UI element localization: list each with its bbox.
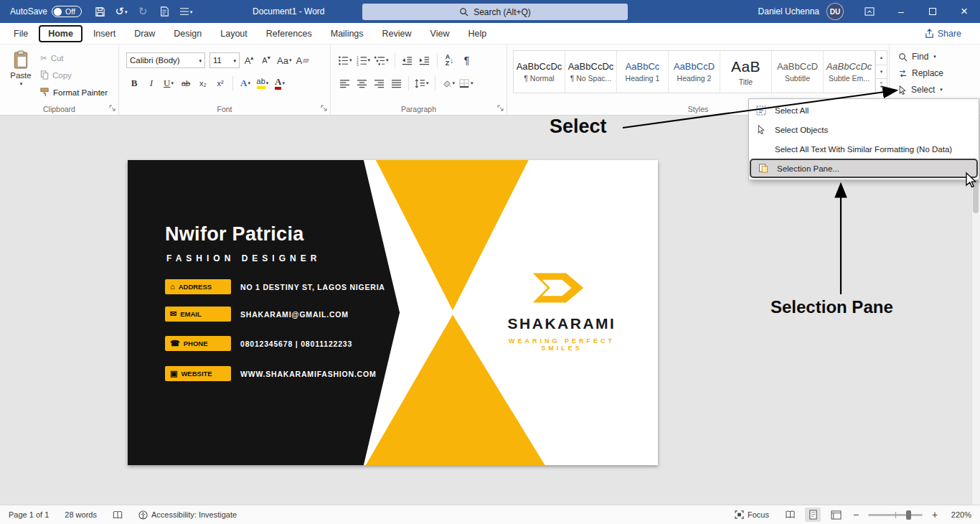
superscript-button[interactable]: x² — [212, 75, 228, 91]
gallery-up-button[interactable]: ▴ — [875, 50, 887, 65]
zoom-level[interactable]: 220% — [947, 510, 971, 519]
gallery-down-button[interactable]: ▾ — [875, 65, 887, 80]
share-button[interactable]: Share — [925, 29, 961, 39]
select-button[interactable]: Select ▾ — [898, 85, 943, 95]
search-input[interactable]: Search (Alt+Q) — [362, 4, 628, 20]
close-button[interactable]: × — [948, 0, 980, 23]
style-subtitle[interactable]: AaBbCcDSubtitle — [772, 51, 824, 93]
highlight-button[interactable]: ab▾ — [255, 75, 270, 91]
read-mode-icon — [785, 510, 796, 519]
tab-file[interactable]: File — [4, 25, 37, 42]
tab-draw[interactable]: Draw — [125, 25, 164, 42]
font-color-button[interactable]: A▾ — [272, 75, 288, 91]
user-name[interactable]: Daniel Uchenna — [758, 6, 819, 17]
tab-review[interactable]: Review — [373, 25, 421, 42]
styles-gallery: AaBbCcDc¶ Normal AaBbCcDc¶ No Spac... Aa… — [513, 50, 876, 93]
align-right-button[interactable] — [371, 75, 387, 91]
tab-view[interactable]: View — [421, 25, 459, 42]
align-center-button[interactable] — [354, 75, 369, 91]
save-button[interactable] — [90, 2, 109, 21]
line-spacing-button[interactable]: ▾ — [413, 75, 430, 91]
paragraph-dialog-launcher[interactable] — [497, 105, 504, 112]
change-case-button[interactable]: Aa▾ — [275, 52, 293, 68]
style-subtle-emphasis[interactable]: AaBbCcDcSubtle Em... — [824, 51, 875, 93]
font-name-select[interactable]: Calibri (Body) ▾ — [126, 52, 205, 68]
autosave-state: Off — [65, 7, 75, 16]
underline-button[interactable]: U▾ — [161, 75, 176, 91]
paste-button[interactable]: Paste ▾ — [6, 50, 36, 102]
grow-font-button[interactable]: A▴ — [241, 52, 257, 68]
style-heading1[interactable]: AaBbCcHeading 1 — [617, 51, 669, 93]
style-title[interactable]: AaBTitle — [720, 51, 772, 93]
bold-button[interactable]: B — [126, 75, 142, 91]
status-bar: Page 1 of 1 28 words Accessibility: Inve… — [0, 505, 980, 524]
redo-button[interactable]: ↻ — [133, 2, 152, 21]
autosave-toggle[interactable]: Off — [52, 6, 82, 17]
shrink-font-button[interactable]: A▾ — [258, 52, 274, 68]
format-painter-button[interactable]: Format Painter — [40, 88, 108, 97]
style-normal[interactable]: AaBbCcDc¶ Normal — [514, 51, 565, 93]
borders-button[interactable]: ▾ — [458, 75, 475, 91]
print-layout-button[interactable] — [805, 507, 821, 522]
align-left-button[interactable] — [336, 75, 352, 91]
autosave-control[interactable]: AutoSave Off — [10, 0, 82, 23]
menu-item-select-all[interactable]: Select All — [749, 100, 979, 120]
ribbon-display-options-button[interactable] — [854, 0, 885, 23]
menu-item-select-objects[interactable]: Select Objects — [749, 120, 979, 139]
avatar[interactable]: DU — [826, 3, 844, 20]
proofing-button[interactable] — [113, 510, 123, 520]
menu-item-selection-pane[interactable]: Selection Pane... — [750, 159, 978, 178]
increase-indent-button[interactable] — [417, 52, 433, 68]
shading-button[interactable]: ▾ — [440, 75, 457, 91]
tab-layout[interactable]: Layout — [211, 25, 257, 42]
italic-button[interactable]: I — [143, 75, 159, 91]
clear-formatting-button[interactable]: A — [294, 52, 310, 68]
minimize-button[interactable]: – — [885, 0, 917, 23]
replace-icon — [898, 69, 908, 78]
zoom-in-button[interactable]: + — [930, 509, 940, 520]
multilevel-list-button[interactable]: ▾ — [373, 52, 390, 68]
bullets-button[interactable]: ▾ — [336, 52, 354, 68]
page-indicator[interactable]: Page 1 of 1 — [9, 510, 49, 519]
text-effects-button[interactable]: A▾ — [237, 75, 253, 91]
find-button[interactable]: Find ▾ — [898, 52, 936, 62]
tab-design[interactable]: Design — [164, 25, 211, 42]
font-size-select[interactable]: 11 ▾ — [209, 52, 240, 68]
customize-toolbar-button[interactable]: ▾ — [176, 2, 195, 21]
tab-references[interactable]: References — [257, 25, 321, 42]
word-count[interactable]: 28 words — [65, 510, 97, 519]
zoom-out-button[interactable]: − — [851, 509, 861, 520]
envelope-icon: ✉ — [170, 310, 176, 318]
strikethrough-button[interactable]: ab — [178, 75, 194, 91]
style-heading2[interactable]: AaBbCcDHeading 2 — [669, 51, 720, 93]
menu-item-select-similar-formatting[interactable]: Select All Text With Similar Formatting … — [749, 139, 979, 159]
undo-button[interactable]: ↺▾ — [112, 2, 131, 21]
show-hide-paragraph-button[interactable]: ¶ — [459, 52, 475, 68]
editor-button[interactable] — [155, 2, 174, 21]
tab-insert[interactable]: Insert — [84, 25, 125, 42]
maximize-button[interactable] — [917, 0, 948, 23]
tab-help[interactable]: Help — [458, 25, 496, 42]
chevron-down-icon: ▾ — [248, 80, 250, 86]
justify-button[interactable] — [388, 75, 404, 91]
cut-button[interactable]: ✂ Cut — [40, 53, 64, 63]
font-dialog-launcher[interactable] — [321, 105, 328, 112]
gallery-more-button[interactable]: ▾ — [875, 79, 887, 93]
tab-home[interactable]: Home — [39, 25, 83, 42]
tab-mailings[interactable]: Mailings — [321, 25, 373, 42]
clipboard-dialog-launcher[interactable] — [109, 105, 116, 112]
business-card-image[interactable]: Nwifor Patricia FASHION DESIGNER ⌂ADDRES… — [128, 160, 658, 465]
accessibility-status[interactable]: Accessibility: Investigate — [138, 510, 237, 520]
zoom-slider[interactable] — [868, 514, 923, 516]
web-layout-button[interactable] — [828, 507, 844, 522]
style-no-spacing[interactable]: AaBbCcDc¶ No Spac... — [565, 51, 617, 93]
replace-button[interactable]: Replace — [898, 68, 943, 78]
zoom-slider-thumb[interactable] — [906, 510, 911, 520]
sort-button[interactable]: AZ ↓ — [442, 52, 458, 68]
copy-button[interactable]: Copy — [40, 70, 72, 80]
focus-button[interactable]: Focus — [735, 510, 769, 519]
decrease-indent-button[interactable] — [400, 52, 415, 68]
numbering-button[interactable]: 123▾ — [355, 52, 372, 68]
read-mode-button[interactable] — [782, 507, 798, 522]
subscript-button[interactable]: x₂ — [195, 75, 211, 91]
